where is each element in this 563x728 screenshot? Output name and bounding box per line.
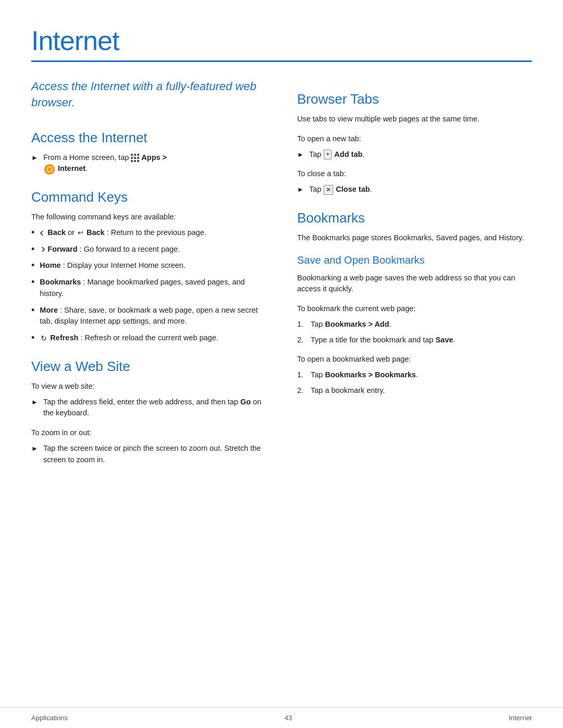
view-web-site-title: View a Web Site: [31, 359, 266, 375]
back-arrow-icon: ↩: [78, 228, 83, 238]
bullet-dot-4: •: [31, 277, 34, 288]
bullet-dot-6: •: [31, 332, 34, 344]
intro-text: Access the Internet with a fully-feature…: [31, 79, 266, 111]
forward-desc: : Go forward to a recent page.: [80, 245, 180, 253]
open-step-2-text: Tap a bookmark entry.: [311, 385, 385, 397]
zoom-intro-text: To zoom in or out:: [31, 427, 266, 439]
command-intro-text: The following command keys are available…: [31, 212, 266, 223]
footer-center: 43: [285, 714, 292, 722]
bullet-bookmarks: • Bookmarks : Manage bookmarked pages, s…: [31, 277, 266, 300]
bookmark-step-2: 2. Type a title for the bookmark and tap…: [297, 335, 532, 346]
more-desc: : Share, save, or bookmark a web page, o…: [40, 306, 258, 326]
open-step-1: 1. Tap Bookmarks > Bookmarks.: [297, 369, 532, 381]
refresh-icon: ↻: [41, 333, 47, 344]
arrow-icon-3: ►: [31, 443, 38, 454]
bullet-refresh-text: ↻ Refresh : Refresh or reload the curren…: [40, 332, 218, 344]
arrow-icon-5: ►: [297, 184, 304, 195]
close-tab-section: To close a tab: ► Tap ✕ Close tab.: [297, 168, 532, 195]
bookmark-step-1: 1. Tap Bookmarks > Add.: [297, 319, 532, 330]
bullet-refresh: • ↻ Refresh : Refresh or reload the curr…: [31, 332, 266, 344]
bookmarks-label: Bookmarks: [40, 278, 81, 286]
close-tab-bold: Close tab: [336, 185, 370, 193]
bullet-forward: • Forward : Go forward to a recent page.: [31, 244, 266, 255]
left-column: Access the Internet with a fully-feature…: [31, 79, 266, 471]
browser-tabs-title: Browser Tabs: [297, 91, 532, 107]
right-column: Browser Tabs Use tabs to view multiple w…: [297, 79, 532, 471]
back-label-2: Back: [87, 228, 105, 237]
bullet-dot-3: •: [31, 260, 34, 272]
save-intro-text: Bookmarking a web page saves the web add…: [297, 273, 532, 295]
go-label: Go: [240, 398, 251, 406]
close-tab-step: ► Tap ✕ Close tab.: [297, 184, 532, 195]
chevron-left-icon: [40, 230, 45, 236]
bullet-back: • Back or ↩ Back : Return to the previou…: [31, 227, 266, 239]
plus-icon: +: [324, 150, 332, 159]
back-desc: : Return to the previous page.: [107, 228, 206, 237]
bookmark-current-label: To bookmark the current web page:: [297, 303, 532, 315]
open-step-num-2: 2.: [297, 385, 307, 397]
open-bookmarked-section: To open a bookmarked web page: 1. Tap Bo…: [297, 354, 532, 396]
step-num-2: 2.: [297, 335, 307, 346]
close-tab-label: To close a tab:: [297, 168, 532, 180]
bullet-home: • Home : Display your Internet Home scre…: [31, 260, 266, 272]
apps-label: Apps >: [141, 153, 167, 162]
zoom-step-text: Tap the screen twice or pinch the screen…: [43, 443, 266, 466]
bookmark-current-section: To bookmark the current web page: 1. Tap…: [297, 303, 532, 346]
access-internet-step: ► From a Home screen, tap Apps > ◯ Inter…: [31, 152, 266, 175]
back-label-1: Back: [47, 228, 66, 237]
home-label: Home: [40, 261, 60, 269]
internet-app-icon: ◯: [44, 164, 55, 175]
bullet-back-text: Back or ↩ Back : Return to the previous …: [40, 227, 206, 239]
bullet-dot-1: •: [31, 227, 34, 239]
chevron-right-icon: [40, 247, 45, 252]
open-step-2: 2. Tap a bookmark entry.: [297, 385, 532, 397]
add-tab-label: Add tab: [334, 150, 362, 158]
bookmarks-title: Bookmarks: [297, 210, 532, 226]
open-step-1-text: Tap Bookmarks > Bookmarks.: [311, 369, 418, 381]
browser-tabs-intro: Use tabs to view multiple web pages at t…: [297, 114, 532, 125]
view-intro-text: To view a web site:: [31, 381, 266, 392]
bullet-dot-5: •: [31, 305, 34, 316]
page-title: Internet: [31, 25, 532, 56]
bullet-forward-text: Forward : Go forward to a recent page.: [40, 244, 180, 255]
arrow-icon: ►: [31, 153, 38, 163]
footer-right: Internet: [509, 714, 532, 722]
refresh-desc: : Refresh or reload the current web page…: [80, 334, 218, 342]
bullet-more: • More : Share, save, or bookmark a web …: [31, 305, 266, 328]
open-step-num-1: 1.: [297, 369, 307, 381]
apps-icon: [131, 154, 139, 162]
command-keys-section: Command Keys The following command keys …: [31, 189, 266, 344]
command-keys-title: Command Keys: [31, 189, 266, 205]
x-icon: ✕: [324, 185, 333, 195]
bullet-more-text: More : Share, save, or bookmark a web pa…: [40, 305, 266, 328]
save-open-title: Save and Open Bookmarks: [297, 254, 532, 266]
zoom-section: To zoom in or out: ► Tap the screen twic…: [31, 427, 266, 465]
bullet-home-text: Home : Display your Internet Home screen…: [40, 260, 186, 272]
step-num-1: 1.: [297, 319, 307, 330]
footer-left: Applications: [31, 714, 68, 722]
arrow-icon-2: ►: [31, 397, 38, 408]
bookmark-step-2-text: Type a title for the bookmark and tap Sa…: [311, 335, 455, 346]
page-container: Internet Access the Internet with a full…: [0, 0, 563, 502]
more-label: More: [40, 306, 58, 314]
home-desc: : Display your Internet Home screen.: [63, 261, 186, 269]
bullet-bookmarks-text: Bookmarks : Manage bookmarked pages, sav…: [40, 277, 266, 300]
close-tab-text: Tap ✕ Close tab.: [309, 184, 372, 195]
open-tab-label: To open a new tab:: [297, 133, 532, 145]
refresh-label: Refresh: [50, 334, 78, 342]
open-tab-section: To open a new tab: ► Tap + Add tab.: [297, 133, 532, 161]
bookmarks-intro-text: The Bookmarks page stores Bookmarks, Sav…: [297, 232, 532, 244]
view-step-text: Tap the address field, enter the web add…: [43, 397, 266, 419]
access-step-text: From a Home screen, tap Apps > ◯ Interne…: [43, 152, 167, 175]
forward-label: Forward: [47, 245, 77, 253]
open-tab-step: ► Tap + Add tab.: [297, 149, 532, 161]
internet-label: Internet: [58, 164, 85, 172]
zoom-step: ► Tap the screen twice or pinch the scre…: [31, 443, 266, 466]
divider: [31, 60, 532, 62]
view-web-site-section: View a Web Site To view a web site: ► Ta…: [31, 359, 266, 466]
arrow-icon-4: ►: [297, 150, 304, 160]
save-open-bookmarks-section: Save and Open Bookmarks Bookmarking a we…: [297, 254, 532, 397]
view-step: ► Tap the address field, enter the web a…: [31, 397, 266, 419]
two-col-layout: Access the Internet with a fully-feature…: [31, 79, 532, 471]
bookmark-step-1-text: Tap Bookmarks > Add.: [311, 319, 391, 330]
